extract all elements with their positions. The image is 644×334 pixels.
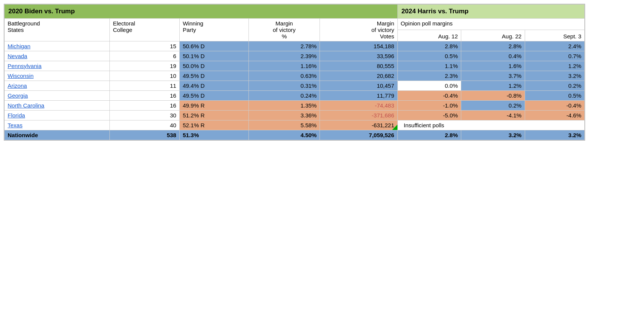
table-row: Florida3051.2% R3.36%-371,686-5.0%-4.1%-… bbox=[5, 111, 585, 120]
nationwide-winning: 51.3% bbox=[179, 130, 248, 140]
aug12-cell: -0.4% bbox=[397, 91, 461, 101]
nationwide-margin-pct: 4.50% bbox=[248, 130, 320, 140]
state-cell[interactable]: Pennsylvania bbox=[5, 61, 110, 71]
aug22-cell: 2.8% bbox=[461, 41, 525, 51]
state-cell[interactable]: Georgia bbox=[5, 91, 110, 101]
state-cell[interactable]: Nevada bbox=[5, 51, 110, 61]
data-table: 2020 Biden vs. Trump 2024 Harris vs. Tru… bbox=[4, 4, 585, 140]
col-margin-votes: Margin of victory Votes bbox=[320, 19, 397, 41]
winning-cell: 50.0% D bbox=[179, 61, 248, 71]
margin-votes-cell: 11,779 bbox=[320, 91, 397, 101]
margin-votes-cell: 80,555 bbox=[320, 61, 397, 71]
table-row: Nevada650.1% D2.39%33,5960.5%0.4%0.7% bbox=[5, 51, 585, 61]
nationwide-electoral: 538 bbox=[110, 130, 180, 140]
margin-votes-cell: -631,221 bbox=[320, 120, 397, 130]
table-row: Pennsylvania1950.0% D1.16%80,5551.1%1.6%… bbox=[5, 61, 585, 71]
aug22-cell: 0.2% bbox=[461, 101, 525, 111]
winning-cell: 49.4% D bbox=[179, 81, 248, 91]
aug12-cell: 2.8% bbox=[397, 41, 461, 51]
electoral-cell: 30 bbox=[110, 111, 180, 120]
margin-pct-cell: 0.24% bbox=[248, 91, 320, 101]
col-aug22-header: Aug. 22 bbox=[461, 30, 525, 41]
table-row: Texas4052.1% R5.58%-631,221Insufficient … bbox=[5, 120, 585, 130]
state-cell[interactable]: Texas bbox=[5, 120, 110, 130]
aug12-cell: -1.0% bbox=[397, 101, 461, 111]
aug12-cell: 2.3% bbox=[397, 71, 461, 81]
sept3-cell: 0.2% bbox=[525, 81, 584, 91]
aug22-cell: 1.6% bbox=[461, 61, 525, 71]
col-opinion: Opinion poll margins bbox=[397, 19, 584, 30]
electoral-cell: 40 bbox=[110, 120, 180, 130]
state-cell[interactable]: Wisconsin bbox=[5, 71, 110, 81]
aug12-cell: 1.1% bbox=[397, 61, 461, 71]
insufficient-polls-cell: Insufficient polls bbox=[397, 120, 584, 130]
aug12-cell: 0.5% bbox=[397, 51, 461, 61]
electoral-cell: 19 bbox=[110, 61, 180, 71]
main-container: 2020 Biden vs. Trump 2024 Harris vs. Tru… bbox=[4, 4, 585, 141]
nationwide-aug12: 2.8% bbox=[397, 130, 461, 140]
margin-pct-cell: 2.39% bbox=[248, 51, 320, 61]
margin-pct-cell: 2.78% bbox=[248, 41, 320, 51]
winning-cell: 50.1% D bbox=[179, 51, 248, 61]
sept3-cell: -4.6% bbox=[525, 111, 584, 120]
nationwide-aug22: 3.2% bbox=[461, 130, 525, 140]
sept3-cell: -0.4% bbox=[525, 101, 584, 111]
col-winning: Winning Party bbox=[179, 19, 248, 41]
table-row: North Carolina1649.9% R1.35%-74,483-1.0%… bbox=[5, 101, 585, 111]
electoral-cell: 16 bbox=[110, 101, 180, 111]
sept3-cell: 2.4% bbox=[525, 41, 584, 51]
nationwide-state: Nationwide bbox=[5, 130, 110, 140]
margin-votes-cell: 10,457 bbox=[320, 81, 397, 91]
aug22-cell: 1.2% bbox=[461, 81, 525, 91]
table-row: Arizona1149.4% D0.31%10,4570.0%1.2%0.2% bbox=[5, 81, 585, 91]
header-2024: 2024 Harris vs. Trump bbox=[397, 5, 584, 19]
margin-pct-cell: 0.31% bbox=[248, 81, 320, 91]
col-sept3-header: Sept. 3 bbox=[525, 30, 584, 41]
aug22-cell: -0.8% bbox=[461, 91, 525, 101]
subheader-row1: Battleground States Electoral College Wi… bbox=[5, 19, 585, 30]
aug12-cell: -5.0% bbox=[397, 111, 461, 120]
margin-pct-cell: 1.35% bbox=[248, 101, 320, 111]
aug22-cell: 3.7% bbox=[461, 71, 525, 81]
state-cell[interactable]: North Carolina bbox=[5, 101, 110, 111]
table-row: Georgia1649.5% D0.24%11,779-0.4%-0.8%0.5… bbox=[5, 91, 585, 101]
margin-votes-cell: 154,188 bbox=[320, 41, 397, 51]
electoral-cell: 11 bbox=[110, 81, 180, 91]
state-cell[interactable]: Michigan bbox=[5, 41, 110, 51]
electoral-cell: 16 bbox=[110, 91, 180, 101]
aug12-cell: 0.0% bbox=[397, 81, 461, 91]
nationwide-row: Nationwide53851.3%4.50%7,059,5262.8%3.2%… bbox=[5, 130, 585, 140]
winning-cell: 50.6% D bbox=[179, 41, 248, 51]
table-row: Michigan1550.6% D2.78%154,1882.8%2.8%2.4… bbox=[5, 41, 585, 51]
margin-votes-cell: 20,682 bbox=[320, 71, 397, 81]
nationwide-sept3: 3.2% bbox=[525, 130, 584, 140]
state-cell[interactable]: Arizona bbox=[5, 81, 110, 91]
winning-cell: 49.9% R bbox=[179, 101, 248, 111]
sept3-cell: 0.7% bbox=[525, 51, 584, 61]
sept3-cell: 0.5% bbox=[525, 91, 584, 101]
margin-pct-cell: 3.36% bbox=[248, 111, 320, 120]
aug22-cell: -4.1% bbox=[461, 111, 525, 120]
state-cell[interactable]: Florida bbox=[5, 111, 110, 120]
margin-votes-cell: -371,686 bbox=[320, 111, 397, 120]
col-aug12-header: Aug. 12 bbox=[397, 30, 461, 41]
margin-pct-cell: 5.58% bbox=[248, 120, 320, 130]
nationwide-margin-votes: 7,059,526 bbox=[320, 130, 397, 140]
sept3-cell: 1.2% bbox=[525, 61, 584, 71]
title-row: 2020 Biden vs. Trump 2024 Harris vs. Tru… bbox=[5, 5, 585, 19]
winning-cell: 49.5% D bbox=[179, 91, 248, 101]
winning-cell: 52.1% R bbox=[179, 120, 248, 130]
col-electoral: Electoral College bbox=[110, 19, 180, 41]
margin-votes-cell: 33,596 bbox=[320, 51, 397, 61]
electoral-cell: 10 bbox=[110, 71, 180, 81]
aug22-cell: 0.4% bbox=[461, 51, 525, 61]
margin-votes-cell: -74,483 bbox=[320, 101, 397, 111]
winning-cell: 49.5% D bbox=[179, 71, 248, 81]
col-margin-pct: Margin of victory % bbox=[248, 19, 320, 41]
sept3-cell: 3.2% bbox=[525, 71, 584, 81]
electoral-cell: 6 bbox=[110, 51, 180, 61]
header-2020: 2020 Biden vs. Trump bbox=[5, 5, 398, 19]
margin-pct-cell: 0.63% bbox=[248, 71, 320, 81]
margin-pct-cell: 1.16% bbox=[248, 61, 320, 71]
winning-cell: 51.2% R bbox=[179, 111, 248, 120]
